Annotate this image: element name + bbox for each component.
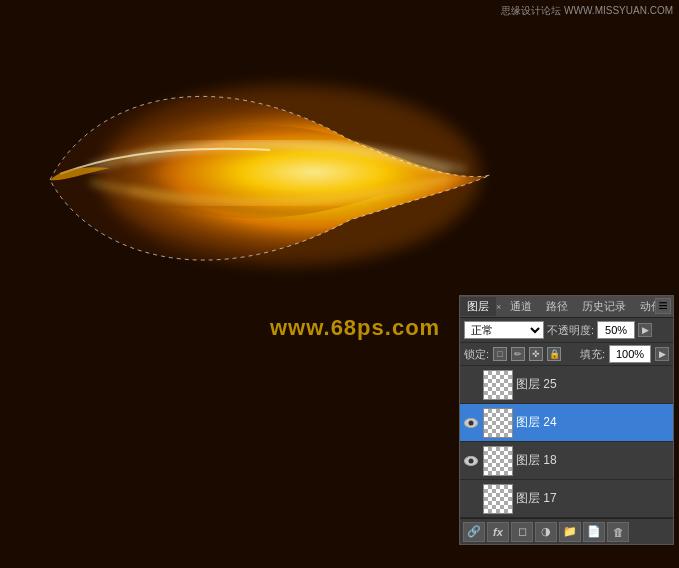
opacity-input[interactable] — [597, 321, 635, 339]
fill-arrow[interactable]: ▶ — [655, 347, 669, 361]
layer-24-visibility[interactable] — [462, 414, 480, 432]
eye-icon-18[interactable] — [464, 456, 478, 466]
fx-button[interactable]: fx — [487, 522, 509, 542]
fill-input[interactable] — [609, 345, 651, 363]
eye-icon-24[interactable] — [464, 418, 478, 428]
adjustment-button[interactable]: ◑ — [535, 522, 557, 542]
layer-row-18[interactable]: 图层 18 — [460, 442, 673, 480]
fill-label: 填充: — [580, 347, 605, 362]
layer-18-name: 图层 18 — [516, 452, 671, 469]
delete-layer-button[interactable]: 🗑 — [607, 522, 629, 542]
layer-25-vis-empty — [462, 376, 480, 394]
lock-transparent-btn[interactable]: □ — [493, 347, 507, 361]
layer-24-thumb — [483, 408, 513, 438]
tab-channels[interactable]: 通道 — [503, 297, 539, 316]
panel-bottom-toolbar: 🔗 fx ◻ ◑ 📁 📄 🗑 — [460, 518, 673, 544]
tab-paths[interactable]: 路径 — [539, 297, 575, 316]
layer-row-24[interactable]: 图层 24 — [460, 404, 673, 442]
layer-17-vis-empty — [462, 490, 480, 508]
layer-row-25[interactable]: 图层 25 — [460, 366, 673, 404]
tab-history[interactable]: 历史记录 — [575, 297, 633, 316]
opacity-arrow[interactable]: ▶ — [638, 323, 652, 337]
lock-move-btn[interactable]: ✜ — [529, 347, 543, 361]
lock-paint-btn[interactable]: ✏ — [511, 347, 525, 361]
lock-all-btn[interactable]: 🔒 — [547, 347, 561, 361]
layer-list: 图层 25 图层 24 图层 18 图层 17 — [460, 366, 673, 518]
flame-illustration — [30, 20, 530, 340]
panel-menu-button[interactable]: ≡ — [655, 298, 671, 314]
tab-layers-close[interactable]: × — [496, 302, 501, 312]
watermark: www.68ps.com — [270, 315, 440, 341]
opacity-label: 不透明度: — [547, 323, 594, 338]
layer-25-thumb — [483, 370, 513, 400]
new-layer-button[interactable]: 📄 — [583, 522, 605, 542]
layer-25-name: 图层 25 — [516, 376, 671, 393]
layers-panel: 图层 × 通道 路径 历史记录 动作 ≡ 正常 不透明度: ▶ 锁定: □ ✏ … — [459, 295, 674, 545]
panel-tabs: 图层 × 通道 路径 历史记录 动作 ≡ — [460, 296, 673, 318]
link-layers-button[interactable]: 🔗 — [463, 522, 485, 542]
layer-17-thumb — [483, 484, 513, 514]
blend-mode-select[interactable]: 正常 — [464, 321, 544, 339]
tab-layers[interactable]: 图层 — [460, 297, 496, 316]
layer-24-name: 图层 24 — [516, 414, 671, 431]
group-button[interactable]: 📁 — [559, 522, 581, 542]
add-mask-button[interactable]: ◻ — [511, 522, 533, 542]
lock-row: 锁定: □ ✏ ✜ 🔒 填充: ▶ — [460, 343, 673, 366]
blend-opacity-row: 正常 不透明度: ▶ — [460, 318, 673, 343]
layer-18-visibility[interactable] — [462, 452, 480, 470]
site-logo: 思缘设计论坛 WWW.MISSYUAN.COM — [501, 4, 673, 18]
layer-18-thumb — [483, 446, 513, 476]
layer-17-name: 图层 17 — [516, 490, 671, 507]
layer-row-17[interactable]: 图层 17 — [460, 480, 673, 518]
lock-label: 锁定: — [464, 347, 489, 362]
